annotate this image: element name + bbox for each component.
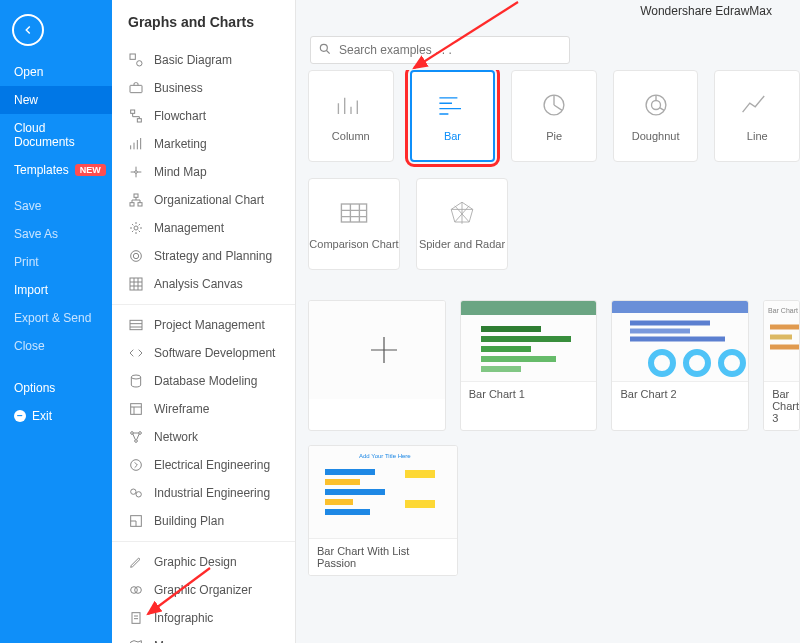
svg-rect-32 — [612, 301, 749, 313]
search-input[interactable] — [310, 36, 570, 64]
signal-icon — [128, 136, 144, 152]
category-title: Graphs and Charts — [112, 0, 295, 40]
template-thumb: Bar Chart — [764, 301, 800, 381]
svg-point-29 — [651, 101, 660, 110]
svg-text:Bar Chart: Bar Chart — [768, 307, 798, 314]
category-item-label: Mind Map — [154, 165, 207, 179]
svg-point-24 — [135, 587, 142, 594]
main-area: Wondershare EdrawMax ColumnBarPieDoughnu… — [296, 0, 800, 643]
chart-type-bar[interactable]: Bar — [410, 70, 496, 162]
nav-item-export[interactable]: Export & Send — [0, 304, 112, 332]
nav-item-label: Templates — [14, 163, 69, 177]
category-item-building-plan[interactable]: Building Plan — [112, 507, 295, 535]
category-item-label: Project Management — [154, 318, 265, 332]
category-item-strategy-and-planning[interactable]: Strategy and Planning — [112, 242, 295, 270]
grid-icon — [128, 276, 144, 292]
line-icon — [739, 90, 775, 120]
svg-point-33 — [651, 352, 673, 374]
chart-type-comparison[interactable]: Comparison Chart — [308, 178, 400, 270]
template-label: Bar Chart 2 — [612, 381, 748, 406]
nav-item-open[interactable]: Open — [0, 58, 112, 86]
svg-point-14 — [131, 375, 140, 379]
bars-icon — [128, 317, 144, 333]
svg-point-9 — [134, 226, 138, 230]
venn-icon — [128, 582, 144, 598]
chart-type-line[interactable]: Line — [714, 70, 800, 162]
category-item-label: Infographic — [154, 611, 213, 625]
category-item-network[interactable]: Network — [112, 423, 295, 451]
app-root: OpenNewCloud DocumentsTemplatesNEWSaveSa… — [0, 0, 800, 643]
template-barlist[interactable]: Add Your Title HereBar Chart With List P… — [308, 445, 458, 576]
svg-rect-4 — [137, 119, 141, 122]
template-blank[interactable] — [308, 300, 446, 431]
nav-item-print[interactable]: Print — [0, 248, 112, 276]
svg-rect-15 — [131, 404, 142, 415]
chart-type-column[interactable]: Column — [308, 70, 394, 162]
template-bar1[interactable]: Bar Chart 1 — [460, 300, 598, 431]
category-item-analysis-canvas[interactable]: Analysis Canvas — [112, 270, 295, 298]
template-row-1: Bar Chart 1Bar Chart 2Bar ChartBar Chart… — [304, 300, 800, 431]
category-item-business[interactable]: Business — [112, 74, 295, 102]
category-item-label: Software Development — [154, 346, 275, 360]
category-sidebar: Graphs and Charts Basic DiagramBusinessF… — [112, 0, 296, 643]
category-item-label: Database Modeling — [154, 374, 257, 388]
chart-type-row-2: Comparison ChartSpider and Radar — [304, 178, 800, 270]
nav-item-save[interactable]: Save — [0, 192, 112, 220]
svg-rect-2 — [130, 85, 142, 92]
category-item-map[interactable]: Map — [112, 632, 295, 643]
nav-item-close[interactable]: Close — [0, 332, 112, 360]
category-item-electrical-engineering[interactable]: Electrical Engineering — [112, 451, 295, 479]
category-item-mind-map[interactable]: Mind Map — [112, 158, 295, 186]
category-item-label: Building Plan — [154, 514, 224, 528]
category-item-marketing[interactable]: Marketing — [112, 130, 295, 158]
svg-rect-13 — [130, 320, 142, 329]
category-item-label: Electrical Engineering — [154, 458, 270, 472]
ind-icon — [128, 485, 144, 501]
nav-item-new[interactable]: New — [0, 86, 112, 114]
svg-rect-6 — [134, 194, 138, 197]
category-item-label: Management — [154, 221, 224, 235]
category-item-infographic[interactable]: Infographic — [112, 604, 295, 632]
category-item-industrial-engineering[interactable]: Industrial Engineering — [112, 479, 295, 507]
chart-type-label: Column — [332, 130, 370, 142]
template-bar3[interactable]: Bar ChartBar Chart 3 — [763, 300, 800, 431]
nav-item-import[interactable]: Import — [0, 276, 112, 304]
nav-item-label: Save — [14, 199, 41, 213]
nav-item-saveas[interactable]: Save As — [0, 220, 112, 248]
brand-label: Wondershare EdrawMax — [640, 4, 772, 18]
chart-type-label: Bar — [444, 130, 461, 142]
category-item-database-modeling[interactable]: Database Modeling — [112, 367, 295, 395]
svg-rect-3 — [131, 110, 135, 113]
org-icon — [128, 192, 144, 208]
category-item-graphic-organizer[interactable]: Graphic Organizer — [112, 576, 295, 604]
chart-type-doughnut[interactable]: Doughnut — [613, 70, 699, 162]
nav-item-templates[interactable]: TemplatesNEW — [0, 156, 112, 184]
template-label: Bar Chart With List Passion — [309, 538, 457, 575]
template-row-2: Add Your Title HereBar Chart With List P… — [304, 445, 800, 576]
category-item-label: Graphic Organizer — [154, 583, 252, 597]
nav-item-options[interactable]: Options — [0, 374, 112, 402]
template-label: Bar Chart 1 — [461, 381, 597, 406]
category-item-software-development[interactable]: Software Development — [112, 339, 295, 367]
nav-item-label: Export & Send — [14, 311, 91, 325]
category-item-basic-diagram[interactable]: Basic Diagram — [112, 46, 295, 74]
nav-item-label: Options — [14, 381, 55, 395]
svg-rect-8 — [138, 203, 142, 206]
category-item-organizational-chart[interactable]: Organizational Chart — [112, 186, 295, 214]
category-item-management[interactable]: Management — [112, 214, 295, 242]
chart-type-spider[interactable]: Spider and Radar — [416, 178, 508, 270]
category-item-label: Marketing — [154, 137, 207, 151]
nav-item-clouddocs[interactable]: Cloud Documents — [0, 114, 112, 156]
category-item-wireframe[interactable]: Wireframe — [112, 395, 295, 423]
wire-icon — [128, 401, 144, 417]
category-item-label: Map — [154, 639, 177, 643]
category-item-project-management[interactable]: Project Management — [112, 311, 295, 339]
back-button[interactable] — [12, 14, 44, 46]
nav-item-exit[interactable]: −Exit — [0, 402, 112, 430]
template-bar2[interactable]: Bar Chart 2 — [611, 300, 749, 431]
category-item-flowchart[interactable]: Flowchart — [112, 102, 295, 130]
chart-type-pie[interactable]: Pie — [511, 70, 597, 162]
category-scroll[interactable]: Basic DiagramBusinessFlowchartMarketingM… — [112, 40, 295, 643]
category-item-graphic-design[interactable]: Graphic Design — [112, 548, 295, 576]
svg-rect-7 — [130, 203, 134, 206]
